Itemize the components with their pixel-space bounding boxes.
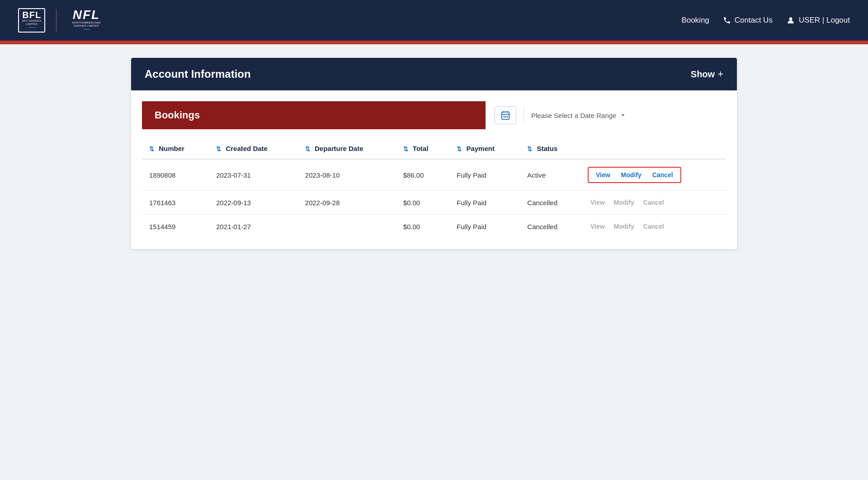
cell-number: 1761463 — [142, 191, 209, 215]
logo-divider — [56, 9, 57, 32]
table-row: 1514459 2021-01-27 $0.00 Fully Paid Canc… — [142, 215, 726, 239]
cell-departure-date: 2022-09-28 — [298, 191, 396, 215]
calendar-icon — [500, 110, 510, 120]
table-row: 1890808 2023-07-31 2023-08-10 $86.00 Ful… — [142, 159, 726, 191]
table-header: ⇅ Number ⇅ Created Date ⇅ Departure Date — [142, 138, 726, 159]
cell-status: Active — [520, 159, 580, 191]
account-info-header: Account Information Show + — [131, 58, 737, 90]
show-label: Show — [691, 69, 715, 80]
cell-payment: Fully Paid — [449, 159, 520, 191]
cancel-button[interactable]: Cancel — [641, 198, 667, 207]
calendar-button[interactable] — [495, 106, 516, 124]
show-icon: + — [717, 68, 723, 80]
cancel-button[interactable]: Cancel — [641, 222, 667, 231]
chevron-down-icon — [620, 112, 626, 118]
contact-label: Contact Us — [735, 16, 773, 25]
bookings-title-bar: Bookings — [142, 101, 486, 129]
cell-created-date: 2021-01-27 — [209, 215, 298, 239]
cell-payment: Fully Paid — [449, 215, 520, 239]
cell-total: $0.00 — [396, 215, 450, 239]
col-created-date[interactable]: ⇅ Created Date — [209, 138, 298, 159]
bfl-wave: ~~~ — [28, 25, 35, 30]
col-number[interactable]: ⇅ Number — [142, 138, 209, 159]
bookings-tbody: 1890808 2023-07-31 2023-08-10 $86.00 Ful… — [142, 159, 726, 238]
nfl-wave: ~~~ — [83, 27, 90, 32]
nav-user[interactable]: USER | Logout — [786, 16, 850, 25]
modify-button[interactable]: Modify — [618, 170, 644, 179]
svg-point-0 — [789, 17, 793, 20]
sort-arrows-departure: ⇅ — [305, 146, 310, 152]
user-label: USER | Logout — [799, 16, 850, 25]
col-status[interactable]: ⇅ Status — [520, 138, 580, 159]
cell-created-date: 2022-09-13 — [209, 191, 298, 215]
cell-actions: View Modify Cancel — [580, 159, 726, 191]
cell-actions: View Modify Cancel — [580, 215, 726, 239]
header: BFL BAY FERRIES LIMITED ~~~ NFL NORTHUMB… — [0, 0, 868, 41]
sort-arrows-number: ⇅ — [149, 146, 154, 152]
cell-number: 1890808 — [142, 159, 209, 191]
svg-rect-1 — [502, 112, 509, 119]
col-departure-date[interactable]: ⇅ Departure Date — [298, 138, 396, 159]
col-payment[interactable]: ⇅ Payment — [449, 138, 520, 159]
account-info-title: Account Information — [145, 68, 251, 80]
cell-created-date: 2023-07-31 — [209, 159, 298, 191]
modify-button[interactable]: Modify — [611, 198, 637, 207]
actions-highlighted: View Modify Cancel — [588, 167, 681, 183]
bookings-table: ⇅ Number ⇅ Created Date ⇅ Departure Date — [142, 138, 726, 238]
bfl-subtext-line1: BAY FERRIES — [22, 19, 41, 23]
bfl-subtext-line2: LIMITED — [26, 23, 38, 26]
content-area: Account Information Show + Bookings — [0, 44, 868, 480]
bookings-controls: Please Select a Date Range — [486, 106, 726, 124]
nfl-text: NFL — [73, 9, 100, 21]
header-nav: Booking Contact Us USER | Logout — [681, 16, 850, 25]
controls-divider — [524, 107, 524, 123]
cell-departure-date: 2023-08-10 — [298, 159, 396, 191]
view-button[interactable]: View — [588, 198, 608, 207]
col-total[interactable]: ⇅ Total — [396, 138, 450, 159]
accent-bar — [0, 41, 868, 44]
cell-actions: View Modify Cancel — [580, 191, 726, 215]
cell-status: Cancelled — [520, 215, 580, 239]
bfl-text: BFL — [22, 10, 41, 19]
bookings-title: Bookings — [155, 109, 200, 121]
sort-arrows-payment: ⇅ — [457, 146, 462, 152]
table-row: 1761463 2022-09-13 2022-09-28 $0.00 Full… — [142, 191, 726, 215]
cell-total: $86.00 — [396, 159, 450, 191]
view-button[interactable]: View — [593, 170, 613, 179]
logo-container: BFL BAY FERRIES LIMITED ~~~ NFL NORTHUMB… — [18, 8, 101, 33]
view-button[interactable]: View — [588, 222, 608, 231]
col-actions — [580, 138, 726, 159]
sort-arrows-status: ⇅ — [527, 146, 532, 152]
cell-payment: Fully Paid — [449, 191, 520, 215]
svg-rect-5 — [503, 116, 505, 118]
cell-number: 1514459 — [142, 215, 209, 239]
phone-icon — [723, 16, 731, 24]
sort-arrows-total: ⇅ — [403, 146, 408, 152]
bfl-logo: BFL BAY FERRIES LIMITED ~~~ — [18, 8, 45, 33]
account-info-box: Account Information Show + Bookings — [131, 58, 737, 249]
nfl-subtext-line2: FERRIES LIMITED — [74, 24, 99, 28]
cell-departure-date — [298, 215, 396, 239]
actions-cell: View Modify Cancel — [588, 198, 719, 207]
sort-arrows-created: ⇅ — [216, 146, 221, 152]
bfl-box: BFL BAY FERRIES LIMITED ~~~ — [18, 8, 45, 33]
user-icon — [786, 16, 795, 25]
svg-rect-7 — [507, 116, 508, 118]
bookings-header: Bookings — [142, 101, 726, 129]
nav-contact[interactable]: Contact Us — [723, 16, 773, 25]
show-button[interactable]: Show + — [691, 68, 723, 80]
nav-booking[interactable]: Booking — [681, 16, 709, 25]
cancel-button[interactable]: Cancel — [650, 170, 676, 179]
actions-cell: View Modify Cancel — [588, 222, 719, 231]
cell-status: Cancelled — [520, 191, 580, 215]
svg-rect-6 — [505, 116, 506, 118]
nfl-logo: NFL NORTHUMBERLAND FERRIES LIMITED ~~~ — [72, 9, 100, 32]
date-range-dropdown[interactable]: Please Select a Date Range — [531, 112, 626, 119]
cell-total: $0.00 — [396, 191, 450, 215]
nfl-subtext-line1: NORTHUMBERLAND — [72, 21, 100, 24]
modify-button[interactable]: Modify — [611, 222, 637, 231]
date-range-label: Please Select a Date Range — [531, 112, 616, 119]
bookings-section: Bookings — [131, 90, 737, 249]
